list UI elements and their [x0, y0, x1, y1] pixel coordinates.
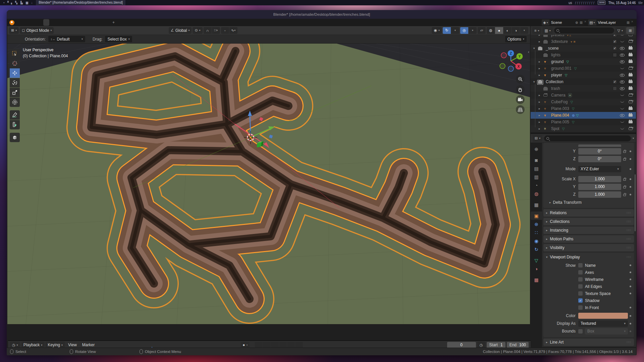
disable-in-renders-toggle[interactable]	[628, 54, 633, 56]
drag-dropdown[interactable]: Select Box ▾	[105, 36, 132, 42]
bounds-dropdown[interactable]: Box	[585, 328, 628, 335]
hide-in-viewport-toggle[interactable]	[620, 108, 625, 109]
remove-viewlayer-icon[interactable]: ×	[631, 19, 633, 25]
expand-arrow-icon[interactable]	[539, 107, 543, 110]
value-field[interactable]: 0°	[578, 156, 621, 162]
shading-dropdown[interactable]: ▾	[520, 27, 528, 34]
list-item[interactable]: trash ▾ ◙ ⊛ ◙ ▽	[531, 85, 636, 92]
transport-button[interactable]	[271, 342, 279, 348]
viewlayer-name-field[interactable]: ViewLayer ⊞	[596, 19, 631, 25]
orientation-dropdown[interactable]: ↕→ Default ▾	[48, 36, 85, 42]
animate-dot[interactable]	[630, 186, 631, 188]
disable-in-renders-toggle[interactable]	[628, 107, 633, 110]
menu-item[interactable]	[35, 19, 40, 25]
timeline-editor-type-button[interactable]: ◷▾	[10, 342, 20, 348]
drag-grip-icon[interactable]: ∷∷	[627, 211, 631, 215]
collection-checkbox[interactable]	[613, 40, 617, 44]
snap-settings-dropdown[interactable]: ∷▾	[212, 27, 220, 34]
collapsed-panel[interactable]: ▸ Visibility ∷∷	[543, 244, 634, 251]
object-color-swatch[interactable]	[578, 313, 628, 319]
tool-annotate[interactable]	[10, 110, 20, 120]
expand-arrow-icon[interactable]	[533, 80, 538, 83]
properties-search-input[interactable]	[544, 135, 631, 141]
delta-transform-section[interactable]: ▸Delta Transform	[545, 199, 633, 206]
expand-arrow-icon[interactable]	[539, 60, 543, 63]
collection-checkbox[interactable]	[613, 86, 617, 90]
collapsed-panel[interactable]: ▸ Line Art ∷∷	[543, 339, 634, 346]
hide-in-viewport-toggle[interactable]	[620, 121, 625, 123]
list-item[interactable]: Camera ▾ ◙ ⊛ ◙ ▽	[531, 92, 636, 99]
gizmo-dropdown[interactable]: ▾	[451, 27, 459, 34]
hide-in-viewport-toggle[interactable]	[620, 87, 625, 90]
outliner-display-mode-button[interactable]: ▥▾	[542, 27, 552, 34]
disable-in-renders-toggle[interactable]	[628, 40, 633, 43]
ortho-grid-button[interactable]	[516, 105, 525, 114]
overlays-dropdown[interactable]: ▾	[469, 27, 477, 34]
tool-move[interactable]	[10, 68, 20, 78]
list-item[interactable]: presets 2 ▾ ◙ ⊛ ◙ ▽	[531, 35, 636, 38]
workspace-tab[interactable]	[43, 19, 49, 26]
drag-grip-icon[interactable]: ∷∷	[627, 246, 631, 249]
expand-arrow-icon[interactable]	[539, 73, 543, 77]
workspace-tab[interactable]	[98, 19, 104, 26]
expand-arrow-icon[interactable]	[539, 127, 543, 130]
workspace-tab[interactable]	[67, 19, 73, 26]
disable-in-renders-toggle[interactable]	[628, 74, 633, 76]
animate-dot[interactable]	[630, 307, 631, 308]
properties-tab-scene[interactable]: ◔	[531, 181, 542, 189]
disable-in-renders-toggle[interactable]	[628, 67, 633, 70]
lock-icon[interactable]	[623, 151, 626, 153]
value-field[interactable]: XYZ Euler	[578, 166, 621, 172]
camera-view-button[interactable]	[516, 95, 525, 104]
mode-dropdown[interactable]: ◻Object Mode▾	[20, 27, 54, 34]
properties-tab-world[interactable]: ◍	[531, 189, 542, 198]
animate-dot[interactable]	[630, 150, 631, 152]
tool-cursor[interactable]	[10, 59, 20, 68]
disable-in-renders-toggle[interactable]	[628, 35, 633, 36]
current-frame-field[interactable]: 0	[447, 342, 476, 348]
wm-window-title[interactable]: Blender* [/home/amalie/Desktop/blender/t…	[36, 0, 125, 5]
use-preview-range-toggle[interactable]: ◷	[477, 342, 485, 348]
transform-orientation-dropdown[interactable]: ∠Global▾	[169, 27, 192, 34]
properties-tab-texture[interactable]: ▩	[531, 276, 542, 284]
disable-in-renders-toggle[interactable]	[628, 80, 633, 83]
viewlayer-browse-button[interactable]: ▤▾	[588, 19, 596, 25]
properties-tab-physics[interactable]: ◉	[531, 237, 542, 245]
window-titlebar[interactable]: Blender* [/home/amalie/Desktop/blender/t…	[7, 10, 637, 19]
animate-dot[interactable]	[630, 158, 631, 160]
disable-in-renders-toggle[interactable]	[628, 94, 633, 97]
expand-arrow-icon[interactable]	[539, 100, 543, 104]
list-item[interactable]: 3dtexture ▾ ◙ ⊛ ◙ ▽	[531, 38, 636, 45]
properties-scrollbar[interactable]	[635, 174, 636, 231]
drag-grip-icon[interactable]: ∷∷	[627, 255, 631, 259]
lock-icon[interactable]	[623, 179, 626, 181]
list-item[interactable]: lights ▾ ◙ ⊛ ◙ ▽	[531, 52, 636, 58]
properties-tab-output[interactable]: ▤	[531, 164, 542, 173]
hide-in-viewport-toggle[interactable]	[620, 80, 625, 83]
expand-arrow-icon[interactable]	[539, 94, 543, 97]
checkbox[interactable]	[578, 305, 583, 310]
timeline-view-menu[interactable]: View	[66, 343, 79, 347]
outliner-search-input[interactable]	[554, 27, 614, 34]
workspace-tab[interactable]	[73, 19, 79, 26]
viewport-canvas[interactable]: Z Y X User Perspective (0) Collection | …	[7, 44, 530, 324]
hide-in-viewport-toggle[interactable]	[620, 41, 625, 42]
pivot-point-dropdown[interactable]: ⊙▾	[193, 27, 202, 34]
disable-in-renders-toggle[interactable]	[628, 121, 633, 123]
transport-button[interactable]	[279, 342, 287, 348]
list-item[interactable]: ▼ player ▾ ◙ ⊛ ◙ ▽	[531, 72, 636, 78]
animate-dot[interactable]	[630, 264, 631, 266]
list-item[interactable]: ▼ Plane.003 ▾ ◙ ⊛ ◙ ▽	[531, 105, 636, 112]
disable-in-renders-toggle[interactable]	[628, 47, 633, 50]
animate-dot[interactable]	[630, 323, 631, 324]
collection-checkbox[interactable]	[613, 46, 617, 50]
properties-tab-object-data[interactable]: ▽	[531, 256, 542, 264]
workspace-tab[interactable]	[61, 19, 67, 26]
lock-icon[interactable]	[623, 194, 626, 196]
value-field[interactable]: 1.000	[578, 184, 621, 190]
collapsed-panel[interactable]: ▸ Collections ∷∷	[543, 218, 634, 225]
menu-item[interactable]	[26, 19, 31, 25]
new-viewlayer-icon[interactable]: ⊞	[627, 21, 629, 24]
expand-arrow-icon[interactable]	[539, 35, 543, 37]
properties-tab-tool-settings[interactable]: ⊕	[531, 145, 542, 153]
